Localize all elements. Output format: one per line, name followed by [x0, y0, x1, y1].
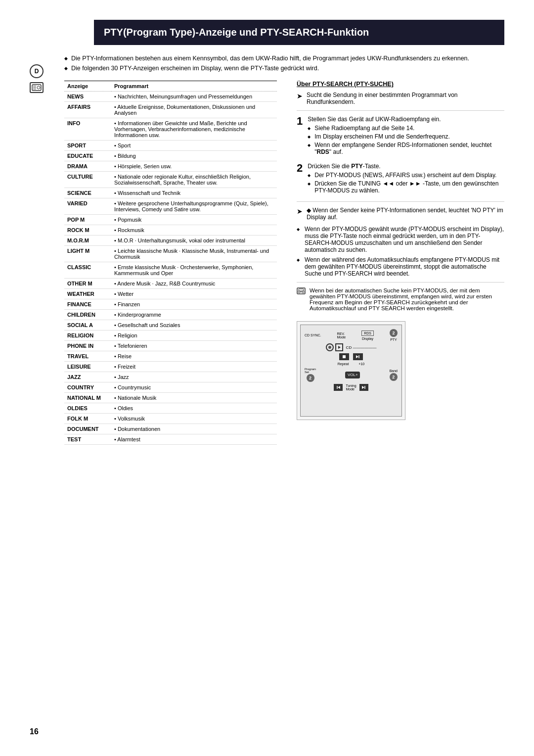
svg-marker-15	[338, 386, 340, 389]
table-row: RELIGION• Religion	[64, 331, 277, 341]
table-cell-name: CHILDREN	[64, 310, 111, 320]
table-cell-name: DOCUMENT	[64, 424, 111, 434]
table-row: AFFAIRS• Aktuelle Ereignisse, Dokumentat…	[64, 102, 277, 118]
table-row: DOCUMENT• Dokumentationen	[64, 424, 277, 434]
stop-btn	[339, 353, 349, 360]
table-cell-desc: • Sport	[111, 141, 277, 151]
table-row: SOCIAL A• Gesellschaft und Soziales	[64, 320, 277, 331]
badge-2-right: 2	[390, 373, 398, 381]
vol-label: VOL+	[348, 373, 358, 377]
band-label: Band	[390, 369, 398, 373]
badge-2-top: 2	[390, 329, 398, 337]
table-cell-desc: • Nationale Musik	[111, 393, 277, 403]
radio-icon	[30, 82, 44, 93]
table-cell-name: LEISURE	[64, 362, 111, 372]
table-row: DRAMA• Hörspiele, Serien usw.	[64, 161, 277, 172]
table-cell-desc: • Bildung	[111, 151, 277, 161]
table-cell-desc: • Jazz	[111, 372, 277, 382]
table-col-programmart: Programmart	[111, 81, 277, 92]
svg-point-6	[298, 291, 300, 293]
step-2-bullet-1: Der PTY-MODUS (NEWS, AFFAIRS usw.) ersch…	[308, 172, 504, 179]
table-row: EDUCATE• Bildung	[64, 151, 277, 161]
rec-btn	[326, 343, 334, 351]
badge-2-left: 2	[307, 374, 314, 382]
table-cell-name: PHONE IN	[64, 341, 111, 351]
note-arrow-1: ➤ ◆ Wenn der Sender keine PTY-Informatio…	[297, 207, 504, 221]
table-row: TEST• Alarmtest	[64, 434, 277, 445]
table-cell-name: ROCK M	[64, 225, 111, 236]
table-row: CHILDREN• Kinderprogramme	[64, 310, 277, 320]
step-2-number: 2	[297, 163, 303, 195]
note-cassette: Wenn bei der automatischen Suche kein PT…	[297, 287, 504, 311]
table-cell-desc: • Reise	[111, 351, 277, 362]
step-1-bullet-1: Siehe Radioempfang auf die Seite 14.	[308, 125, 504, 132]
table-cell-name: OLDIES	[64, 403, 111, 414]
table-cell-desc: • Nachrichten, Meinungsumfragen und Pres…	[111, 92, 277, 102]
step-1-bullet-3: Wenn der empfangene Sender RDS-Informati…	[308, 142, 504, 155]
cd-sync-label: CD SYNC.	[305, 333, 321, 337]
d-icon: D	[30, 64, 44, 78]
table-row: LIGHT M• Leichte klassische Musik · Klas…	[64, 246, 277, 262]
table-row: LEISURE• Freizeit	[64, 362, 277, 372]
table-cell-name: SOCIAL A	[64, 320, 111, 331]
svg-point-1	[37, 86, 40, 89]
table-cell-name: M.O.R.M	[64, 236, 111, 246]
tuning-mode-label: TuningMode	[346, 384, 356, 391]
remote-top-row: CD SYNC. REV.Mode RDS Display 2 PTY	[305, 329, 398, 341]
next-btn	[359, 384, 368, 391]
table-cell-name: SPORT	[64, 141, 111, 151]
table-row: OTHER M• Andere Musik · Jazz, R&B Countr…	[64, 279, 277, 289]
step-1-bullet-2: Im Display erscheinen FM und die Senderf…	[308, 133, 504, 140]
search-desc-text: Sucht die Sendung in einer bestimmten Pr…	[307, 92, 504, 105]
rds-label: RDS	[361, 331, 374, 336]
table-cell-name: OTHER M	[64, 279, 111, 289]
svg-point-10	[328, 346, 331, 349]
table-row: TRAVEL• Reise	[64, 351, 277, 362]
table-row: M.O.R.M• M.O.R · Unterhaltungsmusik, vok…	[64, 236, 277, 246]
note-3: Wenn der während des Automatiksuchlaufs …	[297, 256, 504, 277]
table-row: NEWS• Nachrichten, Meinungsumfragen und …	[64, 92, 277, 102]
svg-point-7	[302, 291, 304, 293]
step-1-main: Stellen Sie das Gerät auf UKW-Radioempfa…	[308, 116, 504, 123]
page-header: PTY(Program Type)-Anzeige und PTY-SEARCH…	[94, 20, 504, 45]
table-row: COUNTRY• Countrymusic	[64, 382, 277, 393]
pty-table: Anzeige Programmart NEWS• Nachrichten, M…	[64, 81, 277, 445]
table-cell-name: POP M	[64, 215, 111, 225]
step-2: 2 Drücken Sie die PTY-Taste. Der PTY-MOD…	[297, 163, 504, 195]
table-row: INFO• Informationen über Gewichte und Ma…	[64, 118, 277, 141]
table-cell-name: AFFAIRS	[64, 102, 111, 118]
table-cell-name: DRAMA	[64, 161, 111, 172]
table-cell-name: INFO	[64, 118, 111, 141]
table-cell-desc: • Countrymusic	[111, 382, 277, 393]
display-label: Display	[362, 337, 373, 340]
table-row: OLDIES• Oldies	[64, 403, 277, 414]
table-row: WEATHER• Wetter	[64, 289, 277, 299]
vol-btn: VOL+	[345, 372, 360, 378]
table-cell-desc: • Oldies	[111, 403, 277, 414]
table-row: PHONE IN• Telefonieren	[64, 341, 277, 351]
table-cell-desc: • Finanzen	[111, 299, 277, 310]
intro-section: Die PTY-Informationen bestehen aus einem…	[64, 55, 504, 72]
repeat-label: Repeat	[338, 362, 349, 366]
pty-label: PTY	[390, 338, 397, 341]
arrow-icon-1: ➤	[297, 207, 303, 221]
remote-vol-row: ProgramSet 2 VOL+ Band 2	[305, 368, 398, 382]
step-2-bullet-2: Drücken Sie die TUNING ◄◄ oder ►► -Taste…	[308, 180, 504, 194]
remote-label-row: Repeat +10	[305, 362, 398, 366]
table-cell-desc: • Wetter	[111, 289, 277, 299]
search-heading: Über PTY-SEARCH (PTY-SUCHE)	[297, 81, 504, 88]
table-cell-desc: • Gesellschaft und Soziales	[111, 320, 277, 331]
table-row: FOLK M• Volksmusik	[64, 414, 277, 424]
table-cell-desc: • Informationen über Gewichte und Maße, …	[111, 118, 277, 141]
table-cell-desc: • Rockmusik	[111, 225, 277, 236]
table-cell-desc: • Alarmtest	[111, 434, 277, 445]
page-title: PTY(Program Type)-Anzeige und PTY-SEARCH…	[104, 27, 494, 38]
table-cell-desc: • Nationale oder regionale Kultur, einsc…	[111, 172, 277, 188]
cd-label: CD ——————	[346, 345, 377, 350]
program-set-label: ProgramSet	[305, 368, 316, 374]
table-cell-desc: • Popmusik	[111, 215, 277, 225]
table-cell-name: FOLK M	[64, 414, 111, 424]
table-cell-desc: • M.O.R · Unterhaltungsmusik, vokal oder…	[111, 236, 277, 246]
table-cell-name: TRAVEL	[64, 351, 111, 362]
table-cell-name: NEWS	[64, 92, 111, 102]
